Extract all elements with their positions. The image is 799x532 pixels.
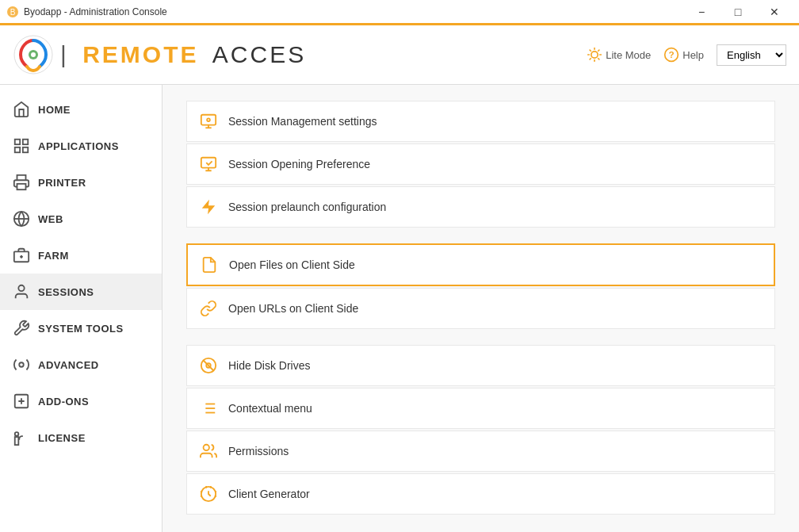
window-controls: − □ ✕: [683, 0, 793, 25]
menu-label-contextual-menu: Contextual menu: [228, 402, 312, 415]
menu-label-hide-disk: Hide Disk Drives: [228, 359, 310, 372]
sidebar-label-web: WEB: [38, 213, 63, 225]
sidebar-label-farm: FARM: [38, 250, 69, 262]
sidebar-item-system-tools[interactable]: SYSTEM TOOLS: [0, 310, 162, 346]
top-header: | REMOTE ACCES Lite Mode ? Help English …: [0, 25, 799, 85]
help-icon: ?: [663, 47, 679, 63]
sidebar-item-advanced[interactable]: ADVANCED: [0, 346, 162, 383]
menu-label-client-generator: Client Generator: [228, 488, 310, 500]
add-ons-icon: [13, 392, 30, 410]
menu-label-open-files: Open Files on Client Side: [229, 258, 355, 271]
settings-icon: [200, 113, 217, 130]
prelaunch-icon: [200, 198, 217, 216]
lite-mode-icon: [587, 47, 602, 63]
menu-label-session-management: Session Management settings: [228, 115, 377, 128]
svg-rect-10: [15, 147, 20, 152]
svg-marker-28: [202, 200, 216, 214]
sidebar-item-sessions[interactable]: SESSIONS: [0, 274, 162, 310]
main-layout: HOME APPLICATIONS PRINTER WEB FARM: [0, 85, 799, 532]
menu-label-open-urls: Open URLs on Client Side: [228, 302, 358, 315]
menu-icon: [200, 400, 217, 417]
svg-point-5: [591, 52, 598, 58]
divider-1: [186, 231, 775, 243]
sessions-group-1: Session Management settings Session Open…: [186, 101, 775, 228]
lite-mode-label: Lite Mode: [606, 49, 651, 61]
menu-item-open-files[interactable]: Open Files on Client Side: [186, 243, 775, 286]
url-icon: [200, 300, 217, 317]
sidebar-item-printer[interactable]: PRINTER: [0, 164, 162, 201]
svg-text:B: B: [10, 8, 16, 17]
license-icon: [13, 429, 30, 446]
menu-item-client-generator[interactable]: Client Generator: [186, 473, 775, 515]
header-right: Lite Mode ? Help English Français Españo…: [587, 44, 786, 66]
svg-rect-11: [23, 147, 28, 152]
window-title: Byodapp - Administration Console: [24, 6, 683, 17]
svg-rect-9: [23, 140, 28, 144]
permissions-icon: [200, 442, 217, 460]
help-button[interactable]: ? Help: [663, 47, 704, 63]
svg-rect-21: [15, 437, 19, 445]
svg-point-18: [18, 285, 24, 291]
menu-item-session-prelaunch[interactable]: Session prelaunch configuration: [186, 186, 775, 228]
remote-acces-logo-icon: [13, 34, 54, 75]
sessions-icon: [13, 283, 30, 300]
logo-area: | REMOTE ACCES: [13, 34, 587, 75]
sidebar: HOME APPLICATIONS PRINTER WEB FARM: [0, 85, 162, 532]
sidebar-label-system-tools: SYSTEM TOOLS: [38, 323, 124, 335]
svg-rect-23: [201, 115, 216, 125]
close-button[interactable]: ✕: [756, 0, 793, 25]
content-area: Session Management settings Session Open…: [162, 85, 799, 532]
menu-item-permissions[interactable]: Permissions: [186, 431, 775, 472]
menu-item-hide-disk[interactable]: Hide Disk Drives: [186, 345, 775, 386]
sidebar-label-printer: PRINTER: [38, 177, 86, 189]
sidebar-item-web[interactable]: WEB: [0, 201, 162, 237]
menu-item-session-management[interactable]: Session Management settings: [186, 101, 775, 142]
svg-text:?: ?: [669, 49, 675, 59]
system-tools-icon: [13, 320, 30, 337]
sidebar-item-license[interactable]: LICENSE: [0, 419, 162, 456]
svg-point-4: [31, 52, 36, 57]
sidebar-label-advanced: ADVANCED: [38, 359, 99, 371]
sidebar-label-home: HOME: [38, 104, 71, 116]
sidebar-item-add-ons[interactable]: ADD-ONS: [0, 383, 162, 419]
svg-rect-8: [15, 140, 20, 144]
svg-rect-12: [17, 184, 26, 189]
help-label: Help: [682, 49, 704, 61]
svg-point-19: [19, 362, 24, 367]
svg-line-30: [204, 361, 214, 371]
menu-item-contextual-menu[interactable]: Contextual menu: [186, 388, 775, 429]
web-icon: [13, 210, 30, 228]
menu-label-session-prelaunch: Session prelaunch configuration: [228, 201, 386, 213]
sidebar-item-farm[interactable]: FARM: [0, 237, 162, 274]
lite-mode-button[interactable]: Lite Mode: [587, 47, 651, 63]
sessions-group-3: Hide Disk Drives Contextual menu Permiss…: [186, 345, 775, 515]
svg-point-22: [15, 432, 19, 436]
sidebar-label-add-ons: ADD-ONS: [38, 396, 89, 408]
minimize-button[interactable]: −: [683, 0, 720, 25]
language-select[interactable]: English Français Español Deutsch: [717, 44, 786, 66]
divider-2: [186, 332, 775, 345]
app-icon: B: [6, 6, 19, 18]
maximize-button[interactable]: □: [720, 0, 756, 25]
printer-icon: [13, 174, 30, 191]
menu-label-permissions: Permissions: [228, 445, 289, 457]
home-icon: [13, 101, 30, 118]
opening-icon: [200, 155, 217, 173]
advanced-icon: [13, 356, 30, 373]
sidebar-label-license: LICENSE: [38, 432, 86, 444]
title-bar: B Byodapp - Administration Console − □ ✕: [0, 0, 799, 25]
sidebar-item-applications[interactable]: APPLICATIONS: [0, 128, 162, 164]
menu-item-open-urls[interactable]: Open URLs on Client Side: [186, 288, 775, 329]
menu-label-session-opening: Session Opening Preference: [228, 158, 370, 170]
svg-point-26: [207, 118, 210, 121]
sidebar-item-home[interactable]: HOME: [0, 91, 162, 128]
sidebar-label-applications: APPLICATIONS: [38, 140, 119, 152]
generator-icon: [200, 485, 217, 503]
menu-item-session-opening[interactable]: Session Opening Preference: [186, 144, 775, 185]
svg-rect-27: [201, 158, 216, 168]
file-icon: [201, 256, 218, 274]
applications-icon: [13, 137, 30, 155]
disk-icon: [200, 357, 217, 374]
sidebar-label-sessions: SESSIONS: [38, 286, 94, 298]
logo-text: | REMOTE ACCES: [60, 41, 306, 68]
